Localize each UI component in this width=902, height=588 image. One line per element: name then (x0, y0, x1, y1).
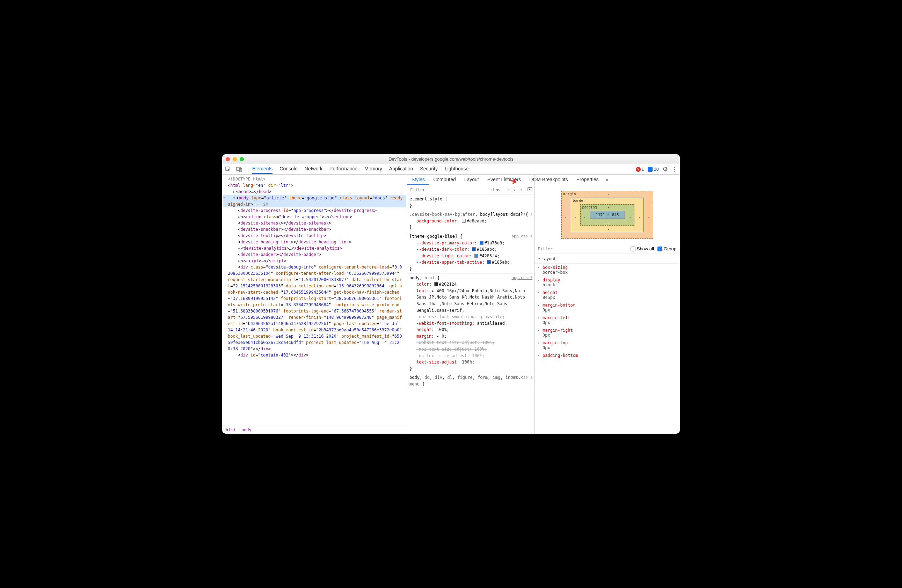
devtools-window: DevTools - developers.google.com/web/too… (222, 154, 680, 434)
dom-node[interactable]: <devsite-sitemask></devsite-sitemask> (223, 220, 406, 226)
new-style-rule-icon[interactable]: ＋ (517, 187, 525, 193)
styles-tabs-overflow-icon[interactable]: » (603, 175, 611, 185)
computed-property[interactable]: height845px (535, 289, 680, 301)
main-tab-lighthouse[interactable]: Lighthouse (445, 164, 469, 174)
breadcrumb-item[interactable]: body (241, 427, 252, 432)
computed-filter-row: Show all ✓Group (535, 244, 680, 254)
more-menu-icon[interactable]: ⋮ (672, 166, 677, 173)
computed-filter-input[interactable] (535, 247, 631, 252)
rule-source-link[interactable]: app.css:1 (511, 275, 532, 281)
window-controls (226, 157, 244, 161)
styles-tab-computed[interactable]: Computed (429, 175, 460, 185)
rule-source-link[interactable]: app.css:1 (511, 374, 532, 380)
main-tab-security[interactable]: Security (420, 164, 438, 174)
error-count-badge[interactable]: ✕ 1 (636, 167, 644, 172)
group-checkbox[interactable]: ✓Group (658, 246, 676, 252)
breadcrumb-item[interactable]: html (226, 427, 236, 432)
styles-filter-row: :hov .cls ＋ (407, 185, 534, 195)
dom-node[interactable]: <devsite-progress id="app-progress"></de… (223, 207, 406, 214)
titlebar[interactable]: DevTools - developers.google.com/web/too… (222, 154, 680, 164)
dom-node[interactable]: <devsite-tooltip></devsite-tooltip> (223, 233, 406, 239)
styles-subtabs: StylesComputedLayoutEvent ListenersDOM B… (407, 175, 534, 185)
css-rule[interactable]: app.css:1[theme=google-blue] {--devsite-… (407, 232, 534, 274)
dom-node[interactable]: ▸<devsite-analytics>…</devsite-analytics… (223, 245, 406, 252)
dom-node[interactable]: ▾<body type="article" theme="google-blue… (223, 195, 406, 207)
dom-node[interactable]: <html lang="en" dir="ltr"> (223, 182, 406, 189)
css-rule[interactable]: app.css:1.devsite-book-nav-bg:after, bod… (407, 210, 534, 232)
computed-property[interactable]: margin-left0px (535, 314, 680, 327)
toggle-computed-icon[interactable] (525, 187, 534, 192)
styles-rules[interactable]: element.style {}app.css:1.devsite-book-n… (407, 195, 534, 434)
dom-node[interactable]: ▸<head>…</head> (223, 189, 406, 195)
rule-source-link[interactable]: app.css:1 (511, 211, 532, 217)
computed-panel: margin - - - - border - - - - padding (535, 175, 680, 434)
computed-property[interactable]: box-sizingborder-box (535, 264, 680, 276)
settings-gear-icon[interactable]: ⚙ (662, 166, 668, 173)
dom-breadcrumb[interactable]: htmlbody (222, 425, 407, 434)
device-toggle-icon[interactable] (236, 166, 243, 172)
main-tab-performance[interactable]: Performance (329, 164, 357, 174)
styles-panel: ➔ StylesComputedLayoutEvent ListenersDOM… (407, 175, 535, 434)
minimize-window-button[interactable] (233, 157, 237, 161)
bm-padding[interactable]: padding - - - - 1171 × 845 (580, 204, 634, 225)
content-area: <!DOCTYPE html><html lang="en" dir="ltr"… (222, 175, 680, 434)
inspect-element-icon[interactable] (225, 166, 231, 172)
computed-property[interactable]: padding-bottom (535, 352, 680, 359)
styles-tab-styles[interactable]: Styles (407, 175, 429, 185)
dom-tree[interactable]: <!DOCTYPE html><html lang="en" dir="ltr"… (222, 175, 407, 425)
cls-toggle-button[interactable]: .cls (503, 188, 517, 192)
styles-tab-dom-breakpoints[interactable]: DOM Breakpoints (525, 175, 572, 185)
dom-node[interactable]: <devsite-heading-link></devsite-heading-… (223, 239, 406, 245)
computed-property[interactable]: margin-right0px (535, 327, 680, 339)
dom-node[interactable]: ▸<script>…</script> (223, 258, 406, 264)
zoom-window-button[interactable] (240, 157, 244, 161)
styles-filter-input[interactable] (407, 188, 489, 192)
main-tab-network[interactable]: Network (305, 164, 323, 174)
error-icon: ✕ (636, 167, 641, 172)
dom-node[interactable]: <!DOCTYPE html> (223, 176, 406, 182)
rule-source-link[interactable]: app.css:1 (511, 233, 532, 239)
main-tab-memory[interactable]: Memory (364, 164, 382, 174)
show-all-checkbox[interactable]: Show all (631, 246, 654, 252)
styles-tab-properties[interactable]: Properties (572, 175, 603, 185)
close-window-button[interactable] (226, 157, 230, 161)
message-count-badge[interactable]: 20 (648, 167, 659, 172)
bm-margin[interactable]: margin - - - - border - - - - padding (561, 191, 653, 239)
svg-rect-1 (236, 167, 240, 170)
computed-property[interactable]: margin-top0px (535, 339, 680, 352)
css-rule[interactable]: element.style {} (407, 195, 534, 210)
bm-content[interactable]: 1171 × 845 (590, 211, 625, 219)
main-tab-console[interactable]: Console (279, 164, 297, 174)
dom-node[interactable]: <div id="contain-402"></div> (223, 352, 406, 358)
dom-node[interactable]: <devsite-snackbar></devsite-snackbar> (223, 226, 406, 233)
styles-tab-layout[interactable]: Layout (460, 175, 483, 185)
dom-node[interactable]: <devsite-badger></devsite-badger> (223, 252, 406, 258)
hov-toggle-button[interactable]: :hov (489, 188, 503, 192)
computed-property[interactable]: margin-bottom0px (535, 301, 680, 314)
main-toolbar: ElementsConsoleNetworkPerformanceMemoryA… (222, 164, 680, 175)
dom-node[interactable]: <div class="devsite-debug-info" configur… (223, 264, 406, 352)
styles-tab-event-listeners[interactable]: Event Listeners (483, 175, 525, 185)
dom-node[interactable]: ▸<section class="devsite-wrapper">…</sec… (223, 214, 406, 220)
message-icon (648, 167, 653, 172)
css-rule[interactable]: app.css:1body, html {color: #202124;font… (407, 274, 534, 374)
main-tab-application[interactable]: Application (389, 164, 413, 174)
main-tabs: ElementsConsoleNetworkPerformanceMemoryA… (252, 164, 468, 174)
computed-properties[interactable]: ▾Layout box-sizingborder-boxdisplayblock… (535, 254, 680, 434)
computed-property[interactable]: displayblock (535, 276, 680, 289)
layout-section-header[interactable]: ▾Layout (535, 254, 680, 264)
box-model-diagram[interactable]: margin - - - - border - - - - padding (535, 186, 680, 244)
elements-panel: <!DOCTYPE html><html lang="en" dir="ltr"… (222, 175, 407, 434)
css-rule[interactable]: app.css:1body, dd, div, dl, figure, form… (407, 373, 534, 389)
bm-border[interactable]: border - - - - padding - - - - 11 (571, 198, 644, 232)
window-title: DevTools - developers.google.com/web/too… (222, 156, 680, 162)
main-tab-elements[interactable]: Elements (252, 164, 272, 174)
